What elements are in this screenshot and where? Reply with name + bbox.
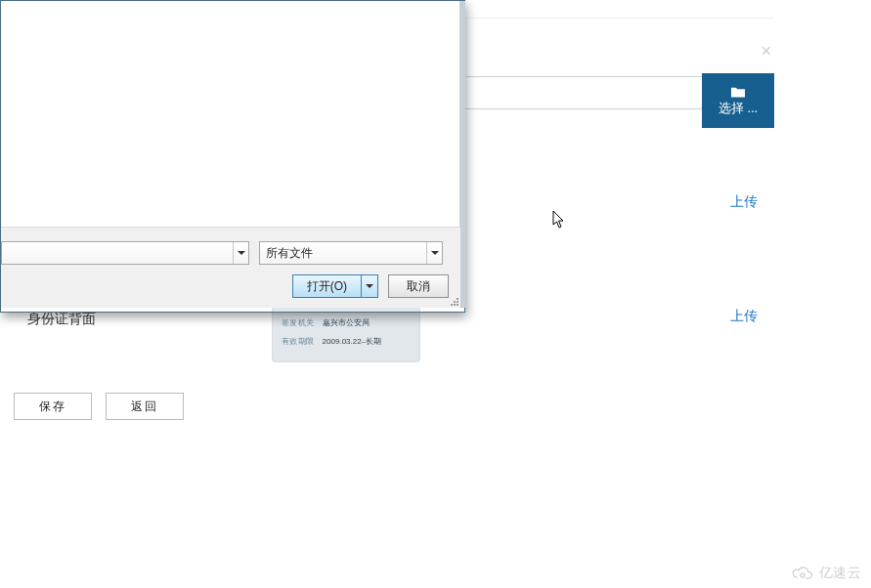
file-path-row: 选择 ... [461, 76, 774, 109]
file-dialog-list[interactable] [1, 1, 460, 227]
select-file-button[interactable]: 选择 ... [702, 73, 774, 128]
cancel-button[interactable]: 取消 [388, 274, 449, 298]
close-icon[interactable]: × [761, 41, 771, 62]
id-back-label: 身份证背面 [27, 311, 96, 328]
id-card-row: 有效期限 2009.03.22–长期 [282, 336, 411, 347]
svg-point-0 [800, 573, 804, 577]
file-dialog: 所有文件 打开(O) 取消 [0, 0, 465, 313]
watermark-text: 亿速云 [819, 565, 862, 582]
watermark: 亿速云 [790, 565, 862, 582]
save-button[interactable]: 保存 [14, 393, 92, 420]
open-button-dropdown[interactable] [361, 274, 378, 298]
id-card-field-value: 嘉兴市公安局 [323, 317, 370, 328]
folder-open-icon [729, 85, 747, 99]
back-button[interactable]: 返回 [106, 393, 184, 420]
open-button[interactable]: 打开(O) [292, 274, 361, 298]
id-card-field-label: 有效期限 [282, 336, 315, 347]
chevron-down-icon[interactable] [233, 242, 248, 264]
cloud-icon [790, 566, 815, 581]
filetype-filter-combo[interactable]: 所有文件 [259, 241, 443, 265]
id-card-field-value: 2009.03.22–长期 [323, 336, 382, 347]
upload-link[interactable]: 上传 [730, 193, 758, 211]
divider [461, 18, 774, 19]
select-file-button-label: 选择 ... [719, 101, 758, 117]
file-path-input[interactable] [461, 76, 702, 109]
upload-link[interactable]: 上传 [730, 308, 758, 325]
chevron-down-icon[interactable] [426, 242, 442, 264]
id-card-field-label: 签发机关 [282, 317, 315, 328]
form-actions: 保存 返回 [14, 393, 184, 420]
filetype-filter-value: 所有文件 [260, 245, 426, 262]
id-card-row: 签发机关 嘉兴市公安局 [282, 317, 411, 328]
open-button-group: 打开(O) [292, 274, 378, 298]
filename-combo[interactable] [1, 241, 249, 265]
file-dialog-footer: 所有文件 打开(O) 取消 [1, 227, 460, 308]
